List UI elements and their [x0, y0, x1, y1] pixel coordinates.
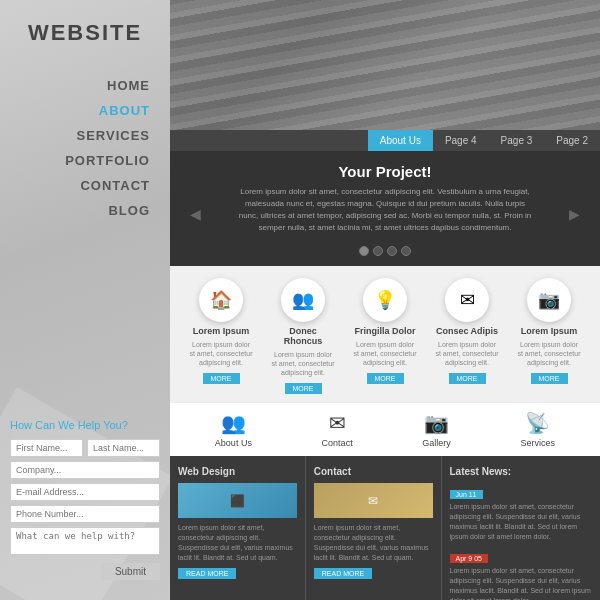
hero-image: [170, 0, 600, 130]
tab-about-us[interactable]: About Us: [368, 130, 433, 151]
icon-home: 🏠: [199, 278, 243, 322]
nav-about[interactable]: ABOUT: [99, 101, 150, 120]
web-design-card: Web Design ⬛ Lorem ipsum dolor sit amet,…: [170, 456, 306, 600]
web-design-title: Web Design: [178, 466, 297, 477]
carousel-nav: ◀ Lorem ipsum dolor sit amet, consectetu…: [190, 186, 580, 242]
project-title: Your Project!: [190, 163, 580, 180]
icon-camera: 📷: [527, 278, 571, 322]
dot-1[interactable]: [359, 246, 369, 256]
icon-item-0: 🏠 Lorem Ipsum Lorem ipsum dolor st amet,…: [189, 278, 254, 384]
news-tag-1: Apr 9 05: [450, 554, 488, 563]
nav-contact[interactable]: CONTACT: [80, 176, 150, 195]
icon-sub-1: Lorem ipsum dolor st amet, consectetur a…: [271, 350, 336, 377]
keyboard-image: [170, 0, 600, 130]
contact-label: Contact: [322, 438, 353, 448]
phone-input[interactable]: [10, 505, 160, 523]
nav-services[interactable]: SERVICES: [76, 126, 150, 145]
site-title: WEBSITE: [28, 20, 142, 46]
nav-menu: HOME ABOUT SERVICES PORTFOLIO CONTACT BL…: [0, 76, 170, 220]
icon-item-3: ✉ Consec Adipis Lorem ipsum dolor st ame…: [435, 278, 500, 384]
icon-label-4: Lorem Ipsum: [521, 326, 578, 336]
icon-item-1: 👥 Donec Rhoncus Lorem ipsum dolor st ame…: [271, 278, 336, 394]
services-icon: 📡: [525, 411, 550, 435]
main-content: About Us Page 4 Page 3 Page 2 Your Proje…: [170, 0, 600, 600]
sidebar: WEBSITE HOME ABOUT SERVICES PORTFOLIO CO…: [0, 0, 170, 600]
icon-users: 👥: [281, 278, 325, 322]
services-label: Services: [521, 438, 556, 448]
message-input[interactable]: [10, 527, 160, 555]
service-contact[interactable]: ✉ Contact: [322, 411, 353, 448]
tab-page3[interactable]: Page 3: [489, 130, 545, 151]
contact-card: Contact ✉ Lorem ipsum dolor sit amet, co…: [306, 456, 442, 600]
contact-icon: ✉: [329, 411, 346, 435]
icon-sub-4: Lorem ipsum dolor st amet, consectetur a…: [517, 340, 582, 367]
project-desc: Lorem ipsum dolor sit amet, consectetur …: [235, 186, 535, 234]
tab-page4[interactable]: Page 4: [433, 130, 489, 151]
more-btn-1[interactable]: MORE: [285, 383, 322, 394]
icon-label-2: Fringilla Dolor: [354, 326, 415, 336]
gallery-label: Gallery: [422, 438, 451, 448]
bottom-section: Web Design ⬛ Lorem ipsum dolor sit amet,…: [170, 456, 600, 600]
company-input[interactable]: [10, 461, 160, 479]
icon-bulb: 💡: [363, 278, 407, 322]
nav-portfolio[interactable]: PORTFOLIO: [65, 151, 150, 170]
dot-2[interactable]: [373, 246, 383, 256]
service-services[interactable]: 📡 Services: [521, 411, 556, 448]
carousel-dots: [190, 246, 580, 256]
last-name-input[interactable]: [87, 439, 160, 457]
nav-home[interactable]: HOME: [107, 76, 150, 95]
icon-label-3: Consec Adipis: [436, 326, 498, 336]
news-text-0: Lorem ipsum dolor sit amet, consectetur …: [450, 502, 593, 541]
icon-item-4: 📷 Lorem Ipsum Lorem ipsum dolor st amet,…: [517, 278, 582, 384]
more-btn-3[interactable]: MORE: [449, 373, 486, 384]
gallery-icon: 📷: [424, 411, 449, 435]
latest-news-title: Latest News:: [450, 466, 593, 477]
icon-label-0: Lorem Ipsum: [193, 326, 250, 336]
icon-item-2: 💡 Fringilla Dolor Lorem ipsum dolor st a…: [353, 278, 418, 384]
service-about[interactable]: 👥 About Us: [215, 411, 252, 448]
web-design-text: Lorem ipsum dolor sit amet, consectetur …: [178, 523, 297, 562]
first-name-input[interactable]: [10, 439, 83, 457]
icon-sub-3: Lorem ipsum dolor st amet, consectetur a…: [435, 340, 500, 367]
tab-page2[interactable]: Page 2: [544, 130, 600, 151]
carousel-prev[interactable]: ◀: [190, 206, 201, 222]
project-section: Your Project! ◀ Lorem ipsum dolor sit am…: [170, 151, 600, 266]
web-design-image: ⬛: [178, 483, 297, 518]
latest-news-section: Latest News: Jun 11 Lorem ipsum dolor si…: [442, 456, 601, 600]
more-btn-4[interactable]: MORE: [531, 373, 568, 384]
icons-section: 🏠 Lorem Ipsum Lorem ipsum dolor st amet,…: [170, 266, 600, 402]
contact-card-title: Contact: [314, 466, 433, 477]
news-tag-0: Jun 11: [450, 490, 483, 499]
dot-3[interactable]: [387, 246, 397, 256]
more-btn-0[interactable]: MORE: [203, 373, 240, 384]
email-input[interactable]: [10, 483, 160, 501]
contact-image: ✉: [314, 483, 433, 518]
dot-4[interactable]: [401, 246, 411, 256]
contact-card-text: Lorem ipsum dolor sit amet, consectetur …: [314, 523, 433, 562]
about-icon: 👥: [221, 411, 246, 435]
nav-blog[interactable]: BLOG: [108, 201, 150, 220]
icon-sub-2: Lorem ipsum dolor st amet, consectetur a…: [353, 340, 418, 367]
icon-label-1: Donec Rhoncus: [271, 326, 336, 346]
icon-sub-0: Lorem ipsum dolor st amet, consectetur a…: [189, 340, 254, 367]
carousel-next[interactable]: ▶: [569, 206, 580, 222]
services-row: 👥 About Us ✉ Contact 📷 Gallery 📡 Service…: [170, 402, 600, 456]
more-btn-2[interactable]: MORE: [367, 373, 404, 384]
web-design-read-more[interactable]: READ MORE: [178, 568, 236, 579]
name-row: [10, 439, 160, 457]
contact-read-more[interactable]: READ MORE: [314, 568, 372, 579]
service-gallery[interactable]: 📷 Gallery: [422, 411, 451, 448]
icon-mail: ✉: [445, 278, 489, 322]
how-can-label: How Can We Help You?: [10, 419, 160, 431]
tabs-bar: About Us Page 4 Page 3 Page 2: [170, 130, 600, 151]
contact-form-section: How Can We Help You? Submit: [10, 419, 160, 580]
submit-button[interactable]: Submit: [101, 563, 160, 580]
about-label: About Us: [215, 438, 252, 448]
news-text-1: Lorem ipsum dolor sit amet, consectetur …: [450, 566, 593, 600]
